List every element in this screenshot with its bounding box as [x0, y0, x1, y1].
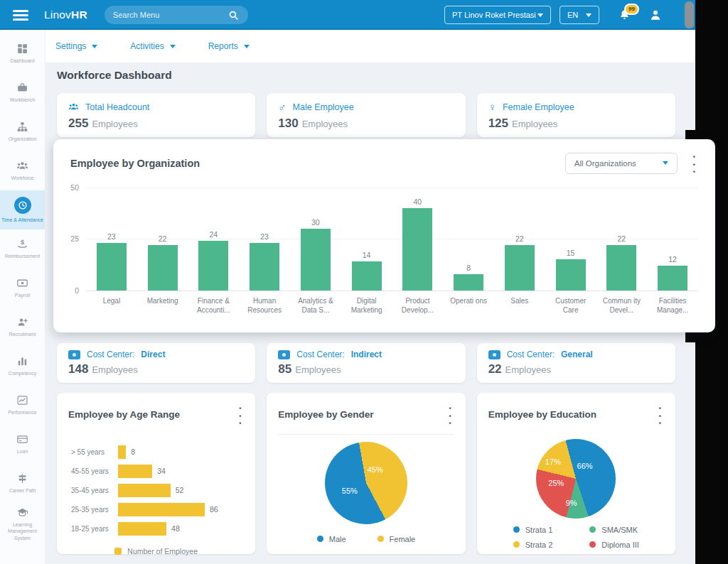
menu-icon[interactable] [13, 8, 28, 23]
stat-card-value: 125Employees [488, 116, 664, 131]
search-input[interactable] [113, 11, 220, 19]
org-category-label: Marketing [137, 296, 188, 315]
clock-icon [14, 197, 31, 214]
age-row-label: 25-35 years [71, 506, 118, 514]
org-category-label: Legal [86, 296, 137, 315]
search-icon[interactable] [228, 9, 240, 21]
org-bar-value: 22 [159, 234, 167, 243]
recruitment-icon [16, 316, 28, 328]
org-bar-value: 12 [668, 255, 677, 264]
organization-icon [16, 121, 28, 133]
bottom-charts-row: Employee by Age Range > 55 years845-55 y… [57, 393, 675, 554]
divider [278, 434, 454, 435]
org-bar-column: 8 [443, 188, 494, 291]
cost-card-general: Cost Center: General22Employees [477, 343, 675, 383]
legend-column: Strata 1Strata 2 [513, 526, 553, 549]
age-bar-value: 34 [157, 467, 166, 475]
chevron-down-icon [663, 161, 668, 165]
age-range-legend: Number of Employee [57, 547, 255, 555]
org-category-label: Operati ons [443, 296, 494, 315]
y-tick-label: 0 [75, 286, 79, 295]
stat-card-label: Male Employee [293, 102, 354, 112]
cost-card-direct: Cost Center: Direct148Employees [57, 343, 255, 383]
sidebar-item-learning-management-system[interactable]: Learning Management System [0, 503, 45, 545]
language-selector[interactable]: EN [560, 6, 599, 24]
gender-menu-icon[interactable] [446, 402, 454, 428]
sidebar-item-performance[interactable]: Performance [0, 386, 45, 425]
main-nav: SettingsActivitiesReports [46, 30, 695, 63]
education-menu-icon[interactable] [656, 402, 664, 428]
org-category-label: Product Develop... [392, 296, 444, 315]
chevron-down-icon [586, 13, 592, 17]
sidebar-item-workforce[interactable]: Workforce [0, 151, 45, 190]
sidebar-item-payroll[interactable]: Payroll [0, 269, 45, 308]
education-pie-chart: 66%9%25%17% [536, 439, 616, 519]
sidebar-item-dashboard[interactable]: Dashboard [0, 34, 45, 73]
sidebar-item-reimbursement[interactable]: $Reimbursement [0, 229, 45, 269]
org-category-label: Digital Marketing [341, 296, 392, 315]
sidebar-item-label: Loan [17, 448, 28, 455]
loan-icon [16, 433, 28, 445]
company-selector[interactable]: PT Linov Roket Prestasi [444, 6, 551, 24]
org-bar [148, 245, 178, 291]
org-category-label: Sales [494, 296, 545, 315]
cost-card-label: Cost Center: [296, 349, 344, 359]
nav-item-activities[interactable]: Activities [130, 41, 175, 51]
stat-card-label: Female Employee [503, 102, 574, 112]
legend-dot [378, 536, 384, 542]
sidebar-item-workbench[interactable]: Workbench [0, 73, 45, 112]
org-bar [352, 261, 382, 291]
sidebar-item-time-attendance[interactable]: Time & Attendance [0, 190, 45, 229]
brand-logo[interactable]: LinovHR [44, 9, 87, 21]
stat-value-number: 130 [278, 116, 298, 130]
scrollbar-thumb[interactable] [685, 1, 694, 28]
sidebar-item-label: Career Path [9, 487, 36, 494]
cost-value-number: 85 [278, 362, 291, 376]
age-range-menu-icon[interactable] [236, 402, 244, 428]
cash-card-icon [488, 350, 500, 359]
nav-item-settings[interactable]: Settings [55, 41, 97, 51]
workbench-icon [16, 82, 28, 94]
stat-value-unit: Employees [92, 119, 137, 129]
stat-card-header: Total Headcount [68, 102, 244, 112]
org-bar-value: 14 [363, 251, 371, 259]
org-bar-column: 14 [341, 188, 392, 291]
gender-card: Employee by Gender 45%55% MaleFemale [267, 393, 465, 554]
age-row: > 55 years8 [71, 443, 245, 462]
company-selector-value: PT Linov Roket Prestasi [452, 11, 536, 19]
organization-filter-select[interactable]: All Organizations [565, 153, 678, 174]
org-chart-menu-icon[interactable] [690, 151, 698, 176]
dashboard-icon [16, 43, 28, 55]
sidebar-item-organization[interactable]: Organization [0, 112, 45, 151]
user-avatar[interactable] [648, 8, 663, 22]
org-bar-value: 24 [210, 230, 218, 239]
stat-card-header: ♂Male Employee [278, 102, 454, 112]
sidebar-item-career-path[interactable]: Career Path [0, 464, 45, 503]
age-row: 35-45 years52 [71, 481, 245, 500]
sidebar-item-label: Recruitment [9, 331, 36, 337]
org-chart-panel: Employee by Organization All Organizatio… [53, 139, 715, 332]
search-box[interactable] [105, 6, 248, 24]
org-chart-title: Employee by Organization [70, 158, 200, 169]
cost-card-value: 85Employees [278, 362, 454, 376]
headcount-icon [68, 102, 79, 112]
org-bar [301, 229, 331, 291]
sidebar-item-label: Organization [9, 136, 37, 142]
nav-item-reports[interactable]: Reports [208, 41, 250, 51]
cost-value-unit: Employees [295, 364, 341, 375]
cash-card-icon [68, 350, 80, 359]
stat-value-unit: Employees [512, 119, 557, 129]
cost-card-highlight: Direct [141, 349, 165, 359]
sidebar-item-loan[interactable]: Loan [0, 425, 45, 464]
cost-card-highlight: General [561, 349, 593, 359]
notifications-button[interactable]: 99 [618, 9, 631, 22]
sidebar-item-competency[interactable]: Competency [0, 347, 45, 386]
sidebar-item-recruitment[interactable]: Recruitment [0, 308, 45, 347]
org-bar [556, 259, 586, 291]
org-category-label: Facilities Manage... [647, 296, 698, 315]
age-range-chart: > 55 years845-55 years3435-45 years5225-… [57, 434, 255, 538]
org-bar-column: 24 [188, 188, 240, 291]
stat-value-number: 255 [68, 116, 88, 130]
age-bar [118, 465, 152, 478]
org-category-label: Customer Care [545, 296, 596, 315]
